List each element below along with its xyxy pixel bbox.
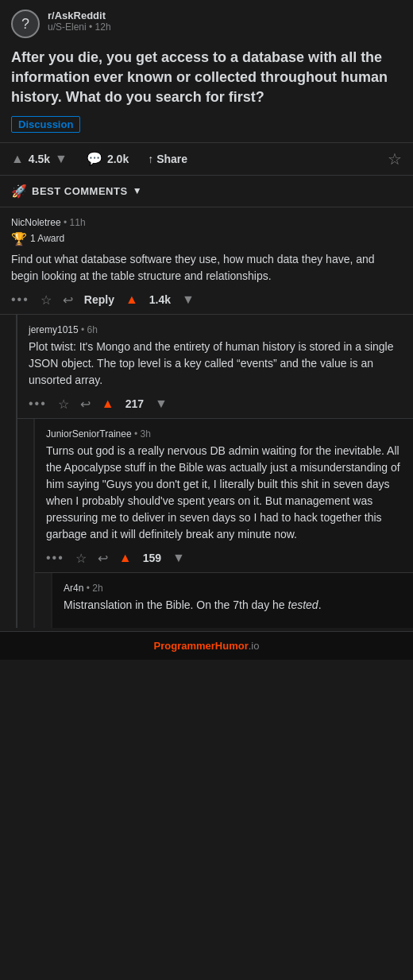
deepest-comment-author[interactable]: Ar4n xyxy=(64,583,83,594)
comment-vote-count: 1.4k xyxy=(149,293,171,306)
deepest-comment-author-line: Ar4n • 2h xyxy=(64,583,402,594)
post-title: After you die, you get access to a datab… xyxy=(0,45,413,116)
post-meta: r/AskReddit u/S-Eleni • 12h xyxy=(48,10,111,33)
share-icon: ↑ xyxy=(148,153,153,165)
nested-comment-author[interactable]: jeremy1015 xyxy=(29,324,79,335)
best-comments-header: 🚀 BEST COMMENTS ▼ xyxy=(0,176,413,207)
post-tag: Discussion xyxy=(11,116,402,133)
comment-l2-wrapper: JuniorSeniorTrainee • 3h Turns out god i… xyxy=(33,419,413,628)
share-button[interactable]: ↑ Share xyxy=(148,153,187,165)
user-time: u/S-Eleni • 12h xyxy=(48,21,111,33)
nested-more-options-icon[interactable]: ••• xyxy=(29,397,47,411)
save-icon[interactable]: ☆ xyxy=(388,149,402,168)
vote-section: ▲ 4.5k ▼ xyxy=(11,152,68,166)
subreddit-icon[interactable]: ? xyxy=(11,10,40,38)
deep-vote-count: 159 xyxy=(143,552,161,564)
comment-author[interactable]: NicNoletree xyxy=(11,217,61,228)
post-actions: ▲ 4.5k ▼ 💬 2.0k ↑ Share ☆ xyxy=(0,142,413,176)
deep-more-options-icon[interactable]: ••• xyxy=(46,551,64,565)
comment-l1: jeremy1015 • 6h Plot twist: It's Mongo a… xyxy=(17,315,413,419)
comment-author-line: NicNoletree • 11h xyxy=(11,217,402,228)
comment-count: 2.0k xyxy=(107,153,129,165)
comment-l3: Ar4n • 2h Mistranslation in the Bible. O… xyxy=(52,573,413,628)
upvote-icon[interactable]: ▲ xyxy=(11,152,24,166)
deep-comment-author[interactable]: JuniorSeniorTrainee xyxy=(46,428,132,440)
comment-actions: ••• ☆ ↩ Reply ▲ 1.4k ▼ xyxy=(11,292,402,308)
nested-reply-icon[interactable]: ↩ xyxy=(80,397,91,412)
deep-comment-actions: ••• ☆ ↩ ▲ 159 ▼ xyxy=(46,551,402,566)
deep-reply-icon[interactable]: ↩ xyxy=(98,551,108,566)
nested-comment-author-line: jeremy1015 • 6h xyxy=(29,324,402,335)
chevron-down-icon[interactable]: ▼ xyxy=(133,185,142,196)
comment-icon[interactable]: 💬 xyxy=(87,151,102,166)
deep-downvote-icon[interactable]: ▼ xyxy=(172,551,185,565)
nested-vote-count: 217 xyxy=(125,397,144,410)
downvote-icon[interactable]: ▼ xyxy=(55,152,68,166)
discussion-tag[interactable]: Discussion xyxy=(11,116,80,133)
nested-comment-body: Plot twist: It's Mongo and the entirety … xyxy=(29,339,402,389)
comment-l3-wrapper: Ar4n • 2h Mistranslation in the Bible. O… xyxy=(51,573,413,628)
nested-upvote-icon[interactable]: ▲ xyxy=(102,397,114,411)
subreddit-name[interactable]: r/AskReddit xyxy=(48,10,111,21)
post-header: ? r/AskReddit u/S-Eleni • 12h xyxy=(0,0,413,45)
nested-award-button[interactable]: ☆ xyxy=(58,397,69,412)
deepest-comment-body: Mistranslation in the Bible. On the 7th … xyxy=(64,597,402,614)
comment-downvote-icon[interactable]: ▼ xyxy=(182,292,195,307)
upvote-count: 4.5k xyxy=(29,153,50,165)
nested-downvote-icon[interactable]: ▼ xyxy=(155,397,168,411)
rocket-icon: 🚀 xyxy=(11,184,27,199)
comment-body: Find out what database software they use… xyxy=(11,251,402,285)
award-icon: 🏆 xyxy=(11,231,27,246)
comment-top-level: NicNoletree • 11h 🏆 1 Award Find out wha… xyxy=(0,207,413,315)
footer-brand: ProgrammerHumor xyxy=(154,640,249,652)
deep-award-button[interactable]: ☆ xyxy=(75,551,87,566)
comment-section: 💬 2.0k xyxy=(87,151,129,166)
comment-upvote-icon[interactable]: ▲ xyxy=(125,292,138,307)
footer-bar: ProgrammerHumor.io xyxy=(0,631,413,660)
comment-l2: JuniorSeniorTrainee • 3h Turns out god i… xyxy=(35,419,413,573)
reply-button[interactable]: Reply xyxy=(84,293,114,306)
award-button[interactable]: ☆ xyxy=(41,292,52,308)
comment-l1-wrapper: jeremy1015 • 6h Plot twist: It's Mongo a… xyxy=(16,315,413,628)
award-label: 1 Award xyxy=(30,233,64,244)
footer-text: ProgrammerHumor.io xyxy=(154,640,260,652)
deep-comment-author-line: JuniorSeniorTrainee • 3h xyxy=(46,428,402,440)
comment-award: 🏆 1 Award xyxy=(11,231,402,246)
more-options-icon[interactable]: ••• xyxy=(11,292,29,307)
deep-upvote-icon[interactable]: ▲ xyxy=(119,551,132,565)
reply-icon[interactable]: ↩ xyxy=(63,292,73,308)
deep-comment-body: Turns out god is a really nervous DB adm… xyxy=(46,443,402,543)
best-comments-label: BEST COMMENTS xyxy=(32,185,128,197)
nested-comment-actions: ••• ☆ ↩ ▲ 217 ▼ xyxy=(29,397,402,412)
